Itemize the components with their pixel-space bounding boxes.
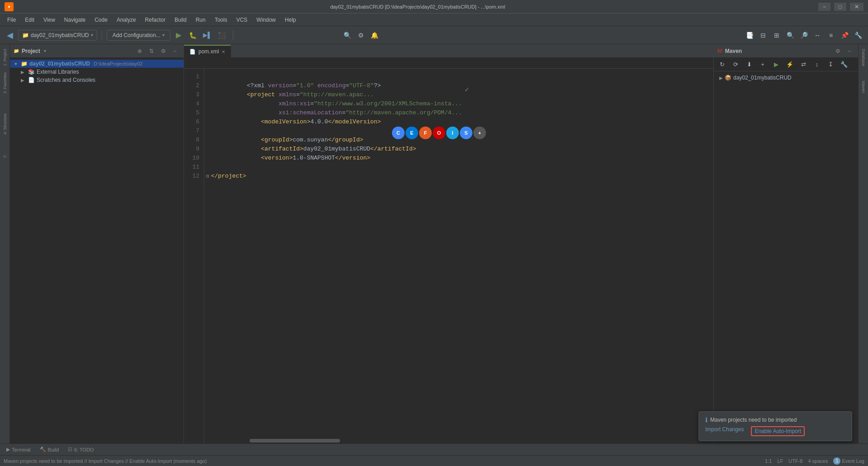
opera-icon[interactable]: O bbox=[433, 127, 445, 139]
tab-pom-xml[interactable]: 📄 pom.xml ✕ bbox=[184, 45, 231, 57]
maven-lifecycle-button[interactable]: ⚡ bbox=[783, 58, 796, 71]
sidebar-item-project[interactable]: 1: Project bbox=[2, 46, 8, 69]
enable-autoimport-link[interactable]: Enable Auto-Import bbox=[752, 427, 804, 435]
maven-toggle-button[interactable]: ⇄ bbox=[797, 58, 810, 71]
maven-refresh-button[interactable]: ↻ bbox=[716, 58, 728, 71]
close-button[interactable]: ✕ bbox=[850, 3, 863, 11]
terminal-label: Terminal bbox=[12, 447, 31, 452]
tree-item-root[interactable]: ▼ 📁 day02_01mybatisCRUD D:\IdeaProjects\… bbox=[10, 60, 184, 68]
sidebar-item-structure[interactable]: 4: Structure bbox=[2, 111, 8, 137]
app-icon: ♦ bbox=[5, 2, 14, 11]
firefox-icon[interactable]: F bbox=[419, 127, 432, 139]
right-strip-maven[interactable]: Maven bbox=[860, 78, 867, 96]
search-everywhere-button[interactable]: 🔍 bbox=[341, 29, 354, 42]
tab-label: pom.xml bbox=[198, 48, 219, 55]
notification-button[interactable]: 🔔 bbox=[368, 29, 381, 42]
split-horizontal-button[interactable]: ⊟ bbox=[757, 29, 769, 42]
find-button[interactable]: 🔎 bbox=[797, 29, 810, 42]
project-selector[interactable]: 📁 day02_01mybatisCRUD ▾ bbox=[18, 30, 97, 41]
menu-build[interactable]: Build bbox=[171, 15, 190, 24]
menu-refactor[interactable]: Refactor bbox=[142, 15, 169, 24]
tab-close-icon[interactable]: ✕ bbox=[222, 49, 225, 54]
code-content[interactable]: <?xml version="1.0" encoding="UTF-8"?> <… bbox=[204, 69, 713, 443]
extra-browser-icon[interactable]: + bbox=[473, 127, 486, 139]
bookmark-button[interactable]: 📑 bbox=[743, 29, 756, 42]
menu-code[interactable]: Code bbox=[91, 15, 111, 24]
encoding[interactable]: UTF-8 bbox=[788, 458, 802, 464]
maven-header: M Maven ⚙ − bbox=[714, 44, 858, 58]
indent-settings[interactable]: 4 spaces bbox=[808, 458, 828, 464]
zoom-button[interactable]: 🔍 bbox=[784, 29, 797, 42]
minimize-button[interactable]: − bbox=[818, 3, 830, 11]
menu-edit[interactable]: Edit bbox=[21, 15, 38, 24]
cursor-position[interactable]: 1:1 bbox=[765, 458, 772, 464]
breadcrumb-bar bbox=[184, 58, 713, 69]
maximize-button[interactable]: □ bbox=[834, 3, 846, 11]
panel-header-icons: ⊕ ⇅ ⚙ − bbox=[135, 46, 180, 56]
settings-button[interactable]: ⚙ bbox=[354, 29, 367, 42]
maven-minimize-icon[interactable]: − bbox=[844, 46, 854, 56]
project-panel: 📁 Project ▾ ⊕ ⇅ ⚙ − ▼ 📁 day02_01mybatisC… bbox=[10, 44, 184, 443]
wrench-button[interactable]: 🔧 bbox=[852, 29, 864, 42]
import-changes-link[interactable]: Import Changes bbox=[705, 426, 744, 436]
sidebar-item-favorites[interactable]: 2: Favorites bbox=[2, 70, 8, 96]
tree-expand-arrow-ext: ▶ bbox=[21, 70, 26, 75]
terminal-tab[interactable]: ▶ Terminal bbox=[4, 446, 33, 453]
menu-view[interactable]: View bbox=[40, 15, 59, 24]
menu-run[interactable]: Run bbox=[192, 15, 209, 24]
maven-settings-icon[interactable]: ⚙ bbox=[833, 46, 843, 56]
menu-file[interactable]: File bbox=[4, 15, 19, 24]
menu-navigate[interactable]: Navigate bbox=[61, 15, 89, 24]
split-vertical-button[interactable]: ⊞ bbox=[770, 29, 783, 42]
maven-download-button[interactable]: ⬇ bbox=[743, 58, 755, 71]
settings-panel-icon[interactable]: ⚙ bbox=[158, 46, 168, 56]
notification-text: ℹ Maven projects need to be imported bbox=[705, 416, 845, 424]
menu-tools[interactable]: Tools bbox=[211, 15, 231, 24]
build-tab[interactable]: 🔨 Build bbox=[37, 446, 61, 453]
menu-vcs[interactable]: VCS bbox=[233, 15, 251, 24]
menu-window[interactable]: Window bbox=[253, 15, 279, 24]
code-line-12: ⊟ </project> bbox=[212, 172, 706, 181]
tree-item-external-libraries[interactable]: ▶ 📚 External Libraries bbox=[10, 68, 184, 76]
replace-button[interactable]: ↔ bbox=[811, 29, 824, 42]
menu-analyze[interactable]: Analyze bbox=[113, 15, 140, 24]
sort-panel-icon[interactable]: ⇅ bbox=[146, 46, 156, 56]
maven-collapse-button[interactable]: ↧ bbox=[824, 58, 837, 71]
maven-wrench-button[interactable]: 🔧 bbox=[838, 58, 850, 71]
tree-item-scratches[interactable]: ▶ 📄 Scratches and Consoles bbox=[10, 76, 184, 84]
code-editor[interactable]: ✓ C E F O I S + 1 2 3 4 5 6 7 8 9 1 bbox=[184, 69, 713, 443]
add-panel-icon[interactable]: ⊕ bbox=[135, 46, 145, 56]
run-button[interactable]: ▶ bbox=[172, 29, 185, 42]
maven-add-button[interactable]: + bbox=[756, 58, 769, 71]
stop-button[interactable]: ⬛ bbox=[216, 29, 228, 42]
run-with-coverage-button[interactable]: ▶▌ bbox=[201, 29, 214, 42]
file-structure-button[interactable]: ≡ bbox=[825, 29, 837, 42]
menu-help[interactable]: Help bbox=[281, 15, 300, 24]
right-strip-database[interactable]: Database bbox=[860, 46, 867, 69]
maven-tree: ▶ 📦 day02_01mybatisCRUD bbox=[714, 71, 858, 443]
maven-reimport-button[interactable]: ⟳ bbox=[729, 58, 742, 71]
editor-area: 📄 pom.xml ✕ ✓ C E F O I S + 1 bbox=[184, 44, 713, 443]
horizontal-scrollbar[interactable] bbox=[204, 438, 713, 443]
scrollbar-thumb[interactable] bbox=[250, 439, 340, 442]
event-count-badge: 1 bbox=[833, 457, 840, 465]
debug-button[interactable]: 🐛 bbox=[187, 29, 199, 42]
navigate-back-button[interactable]: ◀ bbox=[4, 29, 16, 42]
add-configuration-button[interactable]: Add Configuration... ▾ bbox=[107, 30, 170, 41]
maven-run-button[interactable]: ▶ bbox=[770, 58, 783, 71]
maven-expand-button[interactable]: ↕ bbox=[811, 58, 823, 71]
safari-icon[interactable]: S bbox=[460, 127, 472, 139]
editor-checkmark: ✓ bbox=[464, 86, 470, 93]
sidebar-item-seven[interactable]: 7: bbox=[2, 152, 8, 161]
todo-tab[interactable]: ☑ 6: TODO bbox=[65, 446, 97, 453]
tree-expand-arrow-scratch: ▶ bbox=[21, 78, 26, 83]
event-log[interactable]: 1 Event Log bbox=[833, 457, 864, 465]
line-ending[interactable]: LF bbox=[777, 458, 783, 464]
chrome-icon[interactable]: C bbox=[392, 127, 405, 139]
pin-button[interactable]: 📌 bbox=[838, 29, 851, 42]
maven-root-item[interactable]: ▶ 📦 day02_01mybatisCRUD bbox=[717, 73, 854, 82]
edge-icon[interactable]: E bbox=[406, 127, 418, 139]
ie-icon[interactable]: I bbox=[446, 127, 459, 139]
minimize-panel-icon[interactable]: − bbox=[170, 46, 180, 56]
build-label: Build bbox=[48, 447, 59, 452]
